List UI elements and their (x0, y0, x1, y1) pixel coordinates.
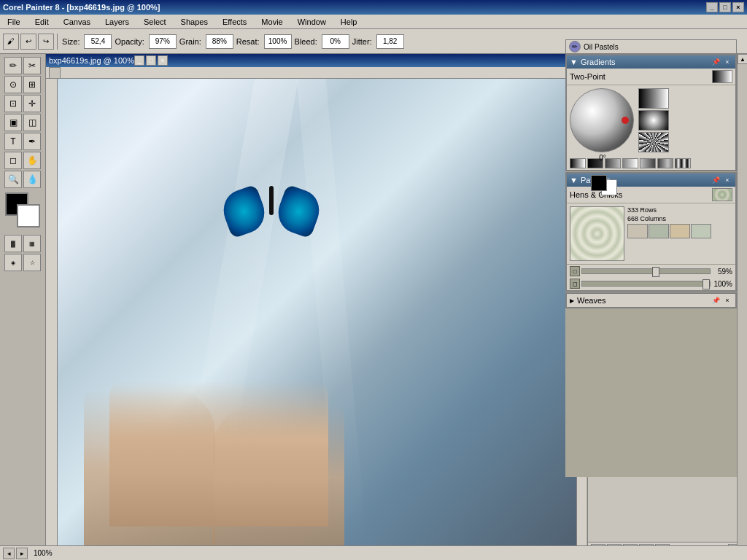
wing-right (272, 184, 325, 239)
pattern-thumb-2[interactable] (649, 224, 669, 238)
toolbox: ✏ ✂ ⊙ ⊞ ⊡ ✛ ▣ ◫ T ✒ ◻ ✋ (0, 54, 46, 560)
pen-tool[interactable]: ✒ (23, 133, 41, 150)
menu-layers[interactable]: Layers (101, 16, 133, 28)
menu-file[interactable]: File (3, 16, 25, 28)
pattern-slider-2-thumb[interactable] (703, 279, 710, 289)
paint-tool[interactable]: ✏ (4, 57, 22, 74)
pattern-slider-1-track[interactable] (581, 268, 711, 274)
text-tool[interactable]: T (4, 133, 22, 150)
pattern-preview-area: 333 Rows 668 Columns (567, 203, 735, 264)
grain-input[interactable] (206, 34, 233, 49)
pattern-main-preview[interactable] (570, 206, 624, 261)
brush-category-icon[interactable]: ✏ (569, 41, 581, 52)
lasso-tool[interactable]: ⊙ (4, 76, 22, 93)
pattern-slider-2-val: 100% (712, 280, 732, 288)
minimize-btn[interactable]: _ (706, 2, 718, 12)
pattern-slider-2-track[interactable] (581, 281, 711, 287)
maximize-btn[interactable]: □ (719, 2, 731, 12)
menu-canvas[interactable]: Canvas (59, 16, 95, 28)
crop-tool[interactable]: ⊡ (4, 95, 22, 112)
pattern-thumb-4[interactable] (691, 224, 711, 238)
canvas-minimize-btn[interactable]: _ (134, 55, 144, 66)
pattern-cols: 668 Columns (627, 215, 711, 222)
gradients-close-btn[interactable]: × (722, 57, 732, 67)
far-scroll-up-btn[interactable]: ▲ (738, 54, 747, 64)
size-input[interactable] (84, 34, 112, 49)
status-btn-1[interactable]: ◂ (3, 548, 15, 559)
close-btn[interactable]: × (732, 2, 744, 12)
eraser-tool[interactable]: ◫ (23, 114, 41, 131)
selection-tool[interactable]: ✂ (23, 57, 41, 74)
menu-movie[interactable]: Movie (257, 16, 287, 28)
canvas-maximize-btn[interactable]: □ (146, 55, 156, 66)
move-tool[interactable]: ✛ (23, 95, 41, 112)
canvas-image[interactable] (58, 79, 576, 550)
gradient-fill-tool[interactable]: ▓ (4, 235, 22, 252)
extra-tool1[interactable]: ◈ (4, 254, 22, 271)
undo-btn[interactable]: ↩ (20, 34, 36, 50)
gradient-handle-dot[interactable] (622, 117, 629, 124)
gradient-bar-7[interactable] (675, 158, 691, 168)
weaves-pin-btn[interactable]: 📌 (711, 295, 721, 306)
weaves-arrow: ▶ (570, 298, 574, 304)
weaves-controls: 📌 × (711, 295, 732, 306)
menu-effects[interactable]: Effects (218, 16, 251, 28)
gradients-panel: ▼ Gradients 📌 × Two-Point (565, 54, 737, 171)
jitter-input[interactable] (376, 34, 404, 49)
pattern-slider-1-icon: □ (570, 266, 580, 276)
pattern-slider-1-thumb[interactable] (652, 267, 659, 277)
hand-tool[interactable]: ✋ (23, 152, 41, 169)
canvas-title: bxp46619s.jpg @ 100% (49, 56, 134, 65)
canvas-title-bar: bxp46619s.jpg @ 100% _ □ × (46, 54, 587, 67)
far-scroll-track[interactable] (738, 64, 747, 550)
menu-help[interactable]: Help (336, 16, 362, 28)
shape-tool[interactable]: ◻ (4, 152, 22, 169)
gradient-bar-6[interactable] (657, 158, 673, 168)
patterns-pin-btn[interactable]: 📌 (711, 175, 721, 185)
pattern-thumb-1[interactable] (627, 224, 648, 238)
dropper-tool[interactable]: 💧 (23, 171, 41, 188)
opacity-input[interactable] (149, 34, 177, 49)
zoom-tool[interactable]: 🔍 (4, 171, 22, 188)
gradient-bar-5[interactable] (640, 158, 656, 168)
canvas-main: ▲ ▼ (46, 79, 587, 550)
gradient-circle[interactable] (570, 88, 634, 152)
brush-tool-btn[interactable]: 🖌 (3, 34, 19, 50)
canvas-window: bxp46619s.jpg @ 100% _ □ × (46, 54, 587, 560)
title-bar-controls: _ □ × (706, 2, 744, 12)
butterfly (224, 182, 319, 248)
patterns-close-btn[interactable]: × (722, 175, 732, 185)
transform-tool[interactable]: ⊞ (23, 76, 41, 93)
menu-shapes[interactable]: Shapes (177, 16, 212, 28)
fg-color-swatch[interactable] (591, 175, 607, 191)
background-swatch[interactable] (17, 204, 40, 228)
resat-label: Resat: (236, 37, 260, 46)
menu-edit[interactable]: Edit (31, 16, 53, 28)
fill-tool[interactable]: ▣ (4, 114, 22, 131)
gradients-header[interactable]: ▼ Gradients 📌 × (567, 55, 735, 69)
bleed-input[interactable] (322, 34, 349, 49)
resat-input[interactable] (264, 34, 292, 49)
weaves-close-btn[interactable]: × (722, 295, 732, 306)
extra-tool2[interactable]: ☆ (23, 254, 41, 271)
weaves-header[interactable]: ▶ Weaves 📌 × (567, 294, 735, 307)
redo-btn[interactable]: ↪ (38, 34, 54, 50)
horizontal-ruler (61, 69, 584, 77)
brush-preset-bar: ✏ Oil Pastels (565, 39, 737, 54)
butterfly-body (269, 186, 274, 215)
right-floating-window: ▼ Gradients 📌 × Two-Point (565, 54, 737, 477)
gradient-thumb-3[interactable] (638, 132, 669, 152)
gradient-thumb-1[interactable] (638, 88, 669, 109)
pattern-thumb-3[interactable] (670, 224, 690, 238)
status-btn-2[interactable]: ▸ (16, 548, 28, 559)
hands-left (84, 389, 215, 550)
pattern-slider-2-row: ◻ 100% (570, 279, 732, 289)
menu-select[interactable]: Select (139, 16, 171, 28)
pattern-tool[interactable]: ▦ (23, 235, 41, 252)
gradient-thumb-2[interactable] (638, 110, 669, 131)
brush-category-name: Oil Pastels (584, 43, 619, 51)
menu-window[interactable]: Window (293, 16, 330, 28)
canvas-close-btn[interactable]: × (158, 55, 168, 66)
gradients-pin-btn[interactable]: 📌 (711, 57, 721, 67)
gradients-arrow: ▼ (570, 58, 578, 66)
